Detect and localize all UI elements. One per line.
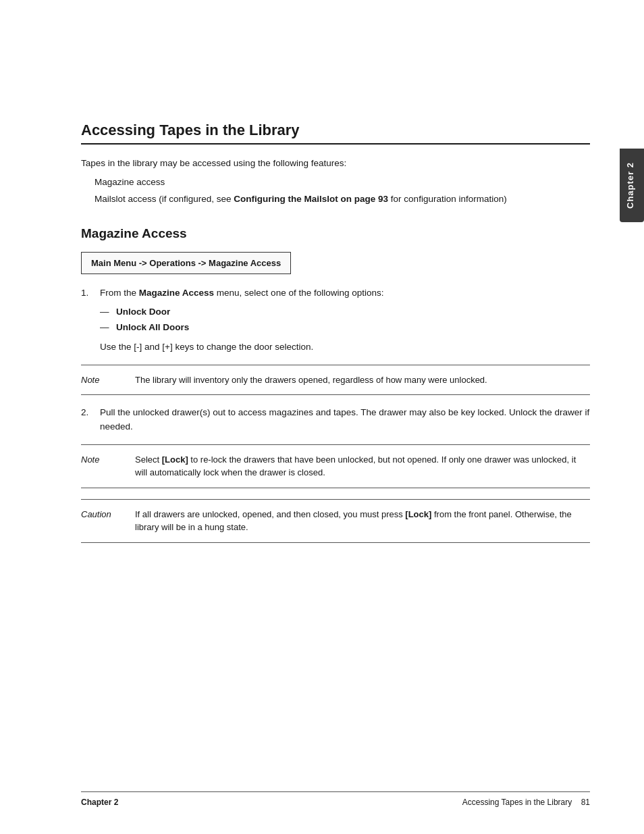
- footer-title-page: Accessing Tapes in the Library 81: [462, 798, 590, 807]
- step-1-text-before: From the: [100, 288, 139, 298]
- section-heading: Accessing Tapes in the Library: [81, 122, 590, 145]
- step-2-text: Pull the unlocked drawer(s) out to acces…: [100, 407, 589, 431]
- note-2: Note Select [Lock] to re-lock the drawer…: [81, 444, 590, 488]
- option-unlock-door: — Unlock Door: [100, 305, 590, 319]
- step-2: 2. Pull the unlocked drawer(s) out to ac…: [81, 406, 590, 434]
- use-keys-text: Use the [-] and [+] keys to change the d…: [100, 340, 590, 354]
- bullet-magazine: Magazine access: [95, 176, 590, 189]
- dash-1: —: [100, 305, 116, 319]
- page-footer: Chapter 2 Accessing Tapes in the Library…: [81, 791, 590, 807]
- note-1: Note The library will inventory only the…: [81, 365, 590, 396]
- content-area: Accessing Tapes in the Library Tapes in …: [81, 0, 590, 543]
- note-1-content: The library will inventory only the draw…: [135, 373, 590, 387]
- note-2-label: Note: [81, 453, 135, 479]
- magazine-access-heading: Magazine Access: [81, 226, 590, 241]
- step-1-text-bold: Magazine Access: [139, 288, 214, 298]
- note-1-label: Note: [81, 373, 135, 387]
- intro-text: Tapes in the library may be accessed usi…: [81, 157, 590, 170]
- option-unlock-door-label: Unlock Door: [116, 305, 170, 319]
- menu-path-box: Main Menu -> Operations -> Magazine Acce…: [81, 252, 291, 274]
- step-1-text-after: menu, select one of the following option…: [214, 288, 383, 298]
- step-2-number: 2.: [81, 406, 100, 434]
- caution: Caution If all drawers are unlocked, ope…: [81, 499, 590, 543]
- dash-2: —: [100, 321, 116, 334]
- option-unlock-all-doors: — Unlock All Doors: [100, 321, 590, 334]
- options-list: — Unlock Door — Unlock All Doors: [100, 305, 590, 335]
- step-1-content: From the Magazine Access menu, select on…: [100, 286, 590, 354]
- footer-chapter: Chapter 2: [81, 798, 118, 807]
- page-container: Chapter 2 Accessing Tapes in the Library…: [0, 0, 644, 834]
- step-2-content: Pull the unlocked drawer(s) out to acces…: [100, 406, 590, 434]
- step-1: 1. From the Magazine Access menu, select…: [81, 286, 590, 354]
- caution-content: If all drawers are unlocked, opened, and…: [135, 508, 590, 534]
- step-1-number: 1.: [81, 286, 100, 354]
- chapter-tab: Chapter 2: [620, 149, 644, 222]
- caution-label: Caution: [81, 508, 135, 534]
- option-unlock-all-doors-label: Unlock All Doors: [116, 321, 189, 334]
- note-2-content: Select [Lock] to re-lock the drawers tha…: [135, 453, 590, 479]
- bullet-mailslot: Mailslot access (if configured, see Conf…: [95, 192, 590, 206]
